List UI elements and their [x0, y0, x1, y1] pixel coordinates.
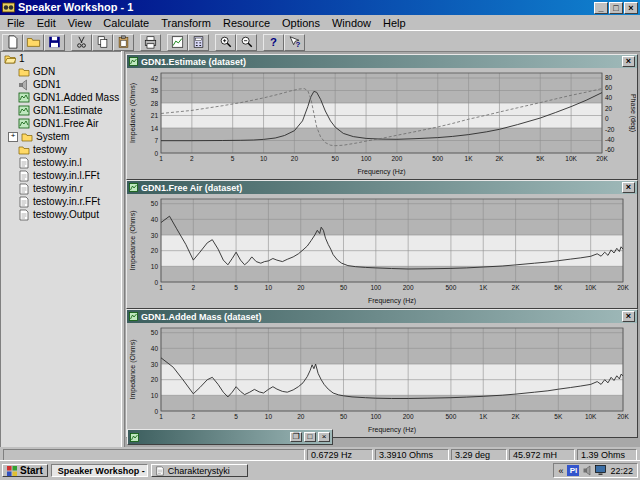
open-folder-button[interactable] — [23, 34, 44, 51]
tree-item-gdn1-estimate[interactable]: GDN1.Estimate — [1, 104, 122, 117]
close-icon[interactable]: × — [318, 432, 330, 442]
chart-view-button[interactable] — [167, 34, 188, 51]
menu-options[interactable]: Options — [276, 16, 326, 30]
folder-open-icon — [4, 53, 16, 65]
copy-icon — [95, 35, 110, 49]
dataset-icon — [129, 183, 138, 192]
close-icon[interactable]: × — [622, 182, 635, 193]
svg-text:1: 1 — [159, 284, 163, 291]
menu-calculate[interactable]: Calculate — [97, 16, 155, 30]
paste-button[interactable] — [113, 34, 134, 51]
taskbar-task-charakterystyki[interactable]: Charakterystyki — [151, 464, 248, 477]
tree-item-testowy[interactable]: testowy — [1, 143, 122, 156]
language-indicator[interactable]: Pl — [567, 465, 579, 476]
svg-text:50: 50 — [151, 200, 159, 207]
svg-text:20: 20 — [291, 155, 299, 162]
chart-window-titlebar[interactable]: GDN1.Estimate (dataset) × — [127, 55, 637, 68]
save-button[interactable] — [44, 34, 65, 51]
svg-text:2K: 2K — [512, 413, 521, 420]
tree-item-testowy-in-r-fft[interactable]: testowy.in.r.FFt — [1, 195, 122, 208]
maximize-button[interactable]: □ — [609, 2, 623, 14]
help-icon — [266, 35, 281, 49]
svg-text:40: 40 — [151, 345, 159, 352]
svg-text:0: 0 — [154, 408, 158, 415]
zoom-in-button[interactable] — [215, 34, 236, 51]
tree-item-gdn1-added-mass[interactable]: GDN1.Added Mass — [1, 91, 122, 104]
doc-icon — [18, 209, 30, 221]
svg-text:Impedance (Ohms): Impedance (Ohms) — [129, 83, 137, 143]
tree-item-testowy-output[interactable]: testowy.Output — [1, 208, 122, 221]
svg-text:50: 50 — [340, 413, 348, 420]
svg-text:10K: 10K — [585, 413, 597, 420]
tree-item-root[interactable]: 1 — [1, 52, 122, 65]
chart-window-estimate[interactable]: GDN1.Estimate (dataset) × 12510205010020… — [126, 54, 638, 180]
estimate-chart[interactable]: 1251020501002005001K2K5K10K20K0714212835… — [127, 68, 636, 177]
project-tree: 1 GDN GDN1 GDN1.Added Mass GDN1.Estimate… — [0, 51, 123, 449]
chart-window-titlebar[interactable]: GDN1.Free Air (dataset) × — [127, 181, 637, 194]
close-icon[interactable]: × — [622, 56, 635, 67]
menu-help[interactable]: Help — [377, 16, 412, 30]
tree-item-label: GDN1.Estimate — [33, 105, 102, 116]
svg-text:2: 2 — [192, 284, 196, 291]
context-help-button[interactable] — [284, 34, 305, 51]
tray-collapse-button[interactable]: « — [558, 466, 563, 476]
start-button[interactable]: Start — [2, 464, 48, 477]
chart-window-free-air[interactable]: GDN1.Free Air (dataset) × 12510205010020… — [126, 180, 638, 309]
maximize-icon[interactable]: □ — [304, 432, 316, 442]
expander-plus[interactable]: + — [8, 132, 18, 142]
close-icon[interactable]: × — [622, 311, 635, 322]
minimize-button[interactable]: _ — [594, 2, 608, 14]
svg-text:10K: 10K — [585, 284, 597, 291]
free-air-chart[interactable]: 1251020501002005001K2K5K10K20K0102030405… — [127, 194, 636, 306]
chart-window-added-mass[interactable]: GDN1.Added Mass (dataset) × 125102050100… — [126, 309, 638, 438]
help-button[interactable] — [263, 34, 284, 51]
tree-item-system[interactable]: + System — [1, 130, 122, 143]
calculator-button[interactable] — [188, 34, 209, 51]
svg-text:10: 10 — [260, 155, 268, 162]
zoom-out-button[interactable] — [236, 34, 257, 51]
doc-icon — [155, 466, 165, 476]
menu-edit[interactable]: Edit — [31, 16, 62, 30]
chart-window-titlebar[interactable]: GDN1.Added Mass (dataset) × — [127, 310, 637, 323]
tree-item-testowy-in-l-fft[interactable]: testowy.in.l.FFt — [1, 169, 122, 182]
app-icon — [2, 2, 15, 13]
menu-view[interactable]: View — [62, 16, 98, 30]
tree-item-testowy-in-l[interactable]: testowy.in.l — [1, 156, 122, 169]
copy-button[interactable] — [92, 34, 113, 51]
windows-logo-icon — [7, 466, 17, 476]
menu-bar: File Edit View Calculate Transform Resou… — [0, 15, 640, 30]
tree-item-gdn1-free-air[interactable]: GDN1.Free Air — [1, 117, 122, 130]
print-button[interactable] — [140, 34, 161, 51]
doc-icon — [18, 183, 30, 195]
app-titlebar[interactable]: Speaker Workshop - 1 _ □ × — [0, 0, 640, 15]
cut-button[interactable] — [71, 34, 92, 51]
tree-item-gdn1[interactable]: GDN1 — [1, 78, 122, 91]
dataset-icon — [129, 312, 138, 321]
svg-text:-20: -20 — [605, 126, 615, 133]
restore-icon[interactable]: ❐ — [290, 432, 302, 442]
svg-text:20: 20 — [605, 105, 613, 112]
new-doc-button[interactable] — [2, 34, 23, 51]
display-icon[interactable] — [595, 465, 606, 476]
screen: { "window": { "title": "Speaker Workshop… — [0, 0, 640, 480]
tree-item-label: testowy.in.l.FFt — [33, 170, 100, 181]
svg-text:10: 10 — [265, 413, 273, 420]
chart-window-title: GDN1.Free Air (dataset) — [141, 183, 242, 193]
menu-window[interactable]: Window — [326, 16, 377, 30]
added-mass-chart[interactable]: 1251020501002005001K2K5K10K20K0102030405… — [127, 323, 636, 435]
menu-transform[interactable]: Transform — [155, 16, 217, 30]
zoom-out-icon — [239, 35, 254, 49]
menu-resource[interactable]: Resource — [217, 16, 276, 30]
svg-text:500: 500 — [445, 284, 456, 291]
close-button[interactable]: × — [624, 2, 638, 14]
svg-text:50: 50 — [340, 284, 348, 291]
tree-item-label: 1 — [19, 53, 25, 64]
menu-file[interactable]: File — [1, 16, 31, 30]
tree-item-testowy-in-r[interactable]: testowy.in.r — [1, 182, 122, 195]
volume-icon[interactable] — [583, 465, 591, 476]
svg-text:0: 0 — [605, 115, 609, 122]
minimized-window[interactable]: ❐ □ × — [127, 429, 333, 445]
taskbar-task-speaker-workshop[interactable]: Speaker Workshop - 1 — [51, 464, 148, 477]
svg-text:5K: 5K — [536, 155, 545, 162]
tree-item-gdn[interactable]: GDN — [1, 65, 122, 78]
